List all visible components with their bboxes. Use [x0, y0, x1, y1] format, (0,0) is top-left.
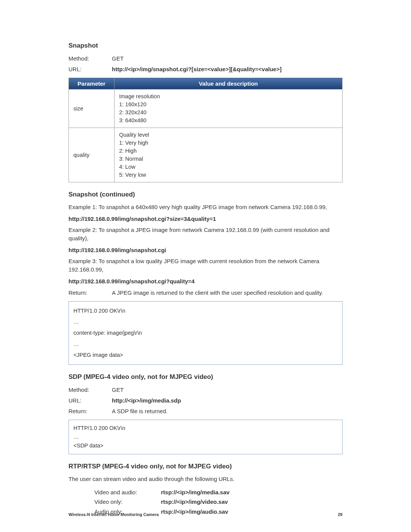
- rtsp-intro: The user can stream video and audio thro…: [68, 475, 342, 484]
- label-url: URL:: [68, 65, 112, 74]
- row-return: Return: A JPEG image is returned to the …: [68, 288, 342, 297]
- rtsp-row: Video and audio: rtsp://<ip>/img/media.s…: [68, 487, 342, 497]
- response-line: …: [73, 316, 338, 328]
- rtsp-label: Video and audio:: [94, 487, 161, 497]
- section-sdp: SDP (MPEG-4 video only, not for MJPEG vi…: [68, 373, 342, 455]
- row-method: Method: GET: [68, 54, 342, 63]
- heading-sdp: SDP (MPEG-4 video only, not for MJPEG vi…: [68, 373, 342, 381]
- response-box-sdp: HTTP/1.0 200 OK\r\n … <SDP data>: [68, 420, 342, 455]
- table-row: size Image resolution 1: 160x120 2: 320x…: [69, 89, 342, 128]
- value-url: http://<ip>/img/media.sdp: [112, 396, 342, 405]
- row-url: URL: http://<ip>/img/snapshot.cgi?[size=…: [68, 65, 342, 74]
- rtsp-url: rtsp://<ip>/img/media.sav: [161, 487, 229, 497]
- example-2-text: Example 2: To snapshot a JPEG image from…: [68, 226, 342, 243]
- response-line: <SDP data>: [73, 441, 338, 450]
- cell-desc: Image resolution 1: 160x120 2: 320x240 3…: [115, 89, 342, 128]
- value-method: GET: [112, 54, 342, 63]
- example-1-url: http://192.168.0.99/img/snapshot.cgi?siz…: [68, 216, 342, 222]
- response-line: <JPEG image data>: [73, 350, 338, 361]
- section-snapshot-continued: Snapshot (continued) Example 1: To snaps…: [68, 191, 342, 365]
- response-line: …: [73, 339, 338, 350]
- response-line: HTTP/1.0 200 OK\r\n: [73, 424, 338, 433]
- label-return: Return:: [68, 288, 112, 297]
- label-method: Method:: [68, 385, 112, 395]
- response-line: …: [73, 433, 338, 441]
- cell-param: size: [69, 89, 115, 128]
- example-1-text: Example 1: To snapshot a 640x480 very hi…: [68, 203, 342, 212]
- heading-snapshot-cont: Snapshot (continued): [68, 191, 342, 198]
- example-2-url: http://192.168.0.99/img/snapshot.cgi: [68, 247, 342, 253]
- table-row: quality Quality level 1: Very high 2: Hi…: [69, 128, 342, 182]
- section-snapshot: Snapshot Method: GET URL: http://<ip>/im…: [68, 42, 342, 182]
- page-footer: Wireless-N Internet Home Monitoring Came…: [68, 512, 342, 517]
- label-return: Return:: [68, 407, 112, 416]
- params-table: Parameter Value and description size Ima…: [68, 78, 342, 182]
- row-url: URL: http://<ip>/img/media.sdp: [68, 396, 342, 405]
- footer-title: Wireless-N Internet Home Monitoring Came…: [68, 512, 159, 517]
- rtsp-label: Video only:: [94, 497, 161, 507]
- value-method: GET: [112, 385, 342, 395]
- value-return: A JPEG image is returned to the client w…: [112, 288, 342, 297]
- response-line: HTTP/1.0 200 OK\r\n: [73, 305, 338, 316]
- example-3-text: Example 3: To snapshot a low quality JPE…: [68, 257, 342, 274]
- response-box-snapshot: HTTP/1.0 200 OK\r\n … content-type: imag…: [68, 301, 342, 365]
- footer-page-number: 29: [338, 512, 342, 517]
- example-3-url: http://192.168.0.99/img/snapshot.cgi?qua…: [68, 278, 342, 284]
- label-method: Method:: [68, 54, 112, 63]
- row-return: Return: A SDP file is returned.: [68, 407, 342, 416]
- rtsp-row: Video only: rtsp://<ip>/img/video.sav: [68, 497, 342, 507]
- col-description: Value and description: [115, 78, 342, 89]
- col-parameter: Parameter: [69, 78, 115, 89]
- page-content: Snapshot Method: GET URL: http://<ip>/im…: [0, 0, 411, 532]
- row-method: Method: GET: [68, 385, 342, 395]
- heading-snapshot: Snapshot: [68, 42, 342, 50]
- heading-rtsp: RTP/RTSP (MPEG-4 video only, not for MJP…: [68, 463, 342, 470]
- label-url: URL:: [68, 396, 112, 405]
- cell-desc: Quality level 1: Very high 2: High 3: No…: [115, 128, 342, 182]
- value-url: http://<ip>/img/snapshot.cgi?[size=<valu…: [112, 65, 342, 74]
- cell-param: quality: [69, 128, 115, 182]
- rtsp-url: rtsp://<ip>/img/video.sav: [161, 497, 228, 507]
- section-rtsp: RTP/RTSP (MPEG-4 video only, not for MJP…: [68, 463, 342, 516]
- response-line: content-type: image/jpeg\r\n: [73, 328, 338, 339]
- value-return: A SDP file is returned.: [112, 407, 342, 416]
